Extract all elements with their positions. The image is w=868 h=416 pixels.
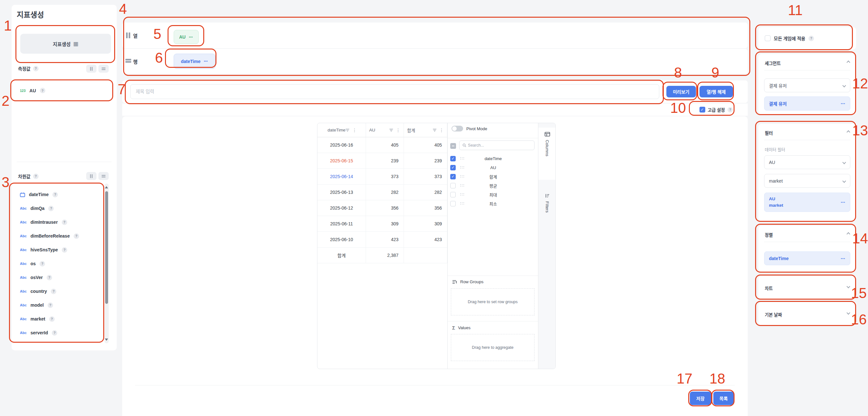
pivot-mode-toggle[interactable] (452, 126, 463, 131)
advanced-settings-row: ✓ 고급 설정 ? (700, 106, 733, 113)
dimension-help-icon[interactable]: ? (52, 330, 57, 335)
dimension-item-dimbeforerelease[interactable]: AbcdimBeforeRelease? (20, 230, 79, 242)
chip-more-icon[interactable]: ⋯ (841, 101, 845, 106)
filter-icon[interactable] (433, 129, 437, 132)
segment-select[interactable]: 결제 유저 (764, 78, 850, 92)
field-checkbox[interactable]: ✓ (450, 165, 456, 170)
segment-chip[interactable]: 결제 유저 ⋯ (764, 96, 850, 110)
advanced-settings-checkbox[interactable]: ✓ (700, 107, 705, 113)
dimension-label: dateTime (29, 192, 49, 197)
column-search-input[interactable] (468, 143, 531, 148)
dim-assign-rows-button[interactable] (98, 172, 109, 180)
chip-more-icon[interactable]: ⋯ (189, 35, 193, 39)
dimension-help-icon[interactable]: ? (39, 261, 45, 266)
assign-rows-button[interactable] (98, 65, 109, 73)
base-date-card[interactable]: 기본 날짜 (758, 302, 856, 325)
filter-chip[interactable]: AU market ⋯ (764, 193, 850, 212)
field-checkbox[interactable]: ✓ (450, 174, 456, 180)
filter-select-au[interactable]: AU (764, 155, 850, 169)
measure-help-icon[interactable]: ? (40, 88, 45, 93)
chip-more-icon[interactable]: ⋯ (841, 200, 845, 205)
chevron-down-icon (842, 179, 846, 183)
filter-icon[interactable] (389, 129, 393, 132)
chart-card[interactable]: 차트 (758, 276, 856, 299)
sort-chip[interactable]: dateTime ⋯ (764, 251, 850, 265)
dimensions-help-icon[interactable]: ? (33, 173, 39, 179)
field-checkbox[interactable] (450, 201, 456, 206)
dimension-help-icon[interactable]: ? (51, 289, 56, 294)
dimension-item-os[interactable]: Abcos? (20, 258, 45, 269)
dimension-help-icon[interactable]: ? (53, 192, 58, 197)
select-all-checkbox[interactable] (450, 143, 456, 149)
assign-columns-button[interactable] (86, 65, 96, 73)
date-cell: 2025-06-10 (317, 232, 366, 247)
drag-handle-icon[interactable] (460, 157, 464, 160)
drag-handle-icon[interactable] (460, 193, 464, 196)
chevron-down-icon (842, 160, 846, 164)
preview-button[interactable]: 미리보기 (666, 86, 696, 97)
dimension-item-country[interactable]: Abccountry? (20, 286, 56, 297)
measure-item-au[interactable]: 123 AU ? (20, 88, 45, 93)
chip-more-icon[interactable]: ⋯ (204, 59, 208, 64)
column-chip-au[interactable]: AU ⋯ (174, 30, 199, 44)
drag-handle-icon[interactable] (460, 175, 464, 178)
dimension-scrollbar[interactable] (104, 184, 109, 343)
text-type-icon: Abc (20, 248, 27, 252)
field-checkbox[interactable] (450, 192, 456, 197)
header-au[interactable]: AU ⋮ (366, 123, 404, 137)
tab-filters[interactable]: Filters (538, 189, 556, 237)
dim-assign-columns-button[interactable] (86, 172, 96, 180)
field-checkbox[interactable] (450, 183, 456, 188)
dimension-help-icon[interactable]: ? (62, 247, 67, 253)
column-chip-label: AU (179, 34, 186, 39)
dimension-item-serverid[interactable]: AbcserverId? (20, 327, 57, 338)
dimension-item-market[interactable]: Abcmarket? (20, 314, 55, 324)
dimension-help-icon[interactable]: ? (62, 220, 67, 225)
filter-icon[interactable] (345, 129, 349, 132)
chip-more-icon[interactable]: ⋯ (841, 256, 845, 261)
drag-handle-icon[interactable] (460, 184, 464, 187)
release-columns-rows-button[interactable]: 열/행 해제 (700, 86, 733, 97)
save-button[interactable]: 저장 (690, 391, 711, 405)
dimension-help-icon[interactable]: ? (48, 206, 54, 211)
total-cell: 373 (404, 169, 447, 184)
field-checkbox[interactable]: ✓ (450, 156, 456, 161)
column-menu-icon[interactable]: ⋮ (439, 128, 444, 133)
drag-handle-icon[interactable] (460, 202, 464, 205)
create-metric-button[interactable]: 지표생성 ▦ (20, 34, 111, 54)
collapse-icon[interactable] (846, 232, 850, 236)
dimension-help-icon[interactable]: ? (74, 233, 79, 239)
dimension-item-datetime[interactable]: dateTime? (20, 189, 58, 200)
header-datetime[interactable]: dateTime ⋮ (317, 123, 366, 137)
list-button[interactable]: 목록 (713, 391, 734, 405)
collapse-icon[interactable] (846, 130, 850, 134)
table-row: 2025-06-10423423 (317, 232, 447, 248)
scroll-up-icon[interactable] (105, 186, 108, 188)
apply-all-help-icon[interactable]: ? (808, 36, 814, 41)
collapse-icon[interactable] (846, 60, 850, 64)
row-groups-dropzone[interactable]: Drag here to set row groups (451, 288, 534, 315)
filter-card: 필터 데이터 필터 AU market AU market ⋯ (758, 124, 856, 221)
title-input[interactable] (130, 84, 659, 99)
dimension-item-dimqa[interactable]: AbcdimQa? (20, 203, 54, 214)
dimension-item-model[interactable]: Abcmodel? (20, 300, 53, 311)
advanced-help-icon[interactable]: ? (727, 107, 733, 113)
row-chip-datetime[interactable]: dateTime ⋯ (174, 54, 215, 69)
column-menu-icon[interactable]: ⋮ (352, 128, 356, 133)
drag-handle-icon[interactable] (460, 166, 464, 169)
column-menu-icon[interactable]: ⋮ (396, 128, 400, 133)
dimension-help-icon[interactable]: ? (49, 316, 55, 322)
dimension-item-hivesnstype[interactable]: AbchiveSnsType? (20, 244, 67, 255)
measures-help-icon[interactable]: ? (33, 66, 39, 71)
dimension-help-icon[interactable]: ? (46, 275, 52, 280)
scrollbar-thumb[interactable] (105, 191, 108, 304)
dimension-help-icon[interactable]: ? (48, 302, 53, 308)
values-dropzone[interactable]: Drag here to aggregate (451, 334, 534, 361)
tab-columns[interactable]: Columns (538, 128, 556, 180)
scroll-down-icon[interactable] (105, 339, 108, 341)
filter-select-market[interactable]: market (764, 174, 850, 188)
dimension-item-osver[interactable]: AbcosVer? (20, 272, 52, 283)
apply-all-checkbox[interactable] (765, 35, 771, 41)
dimension-item-dimintrauser[interactable]: AbcdimIntrauser? (20, 217, 67, 228)
header-total[interactable]: 합계 ⋮ (404, 123, 447, 137)
